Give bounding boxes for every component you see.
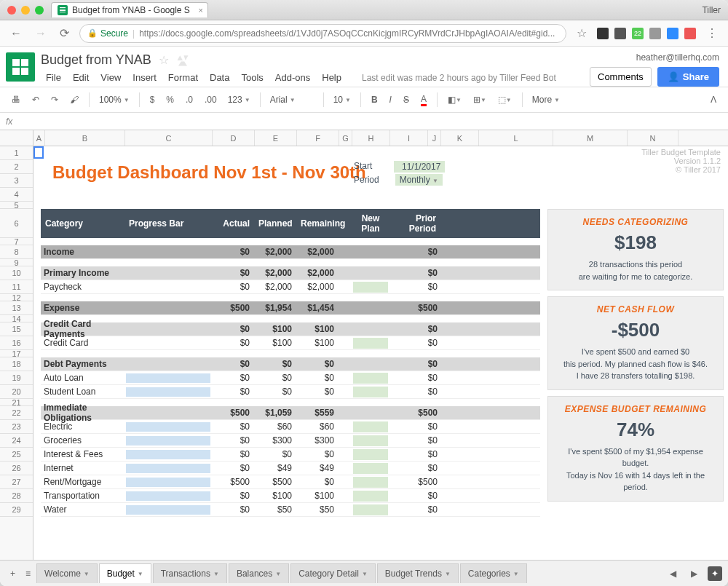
table-row[interactable]: Rent/Mortgage$500$500$0$500 [41, 475, 540, 489]
nav-forward-icon[interactable]: → [32, 27, 50, 40]
font-dropdown[interactable]: Arial▼ [266, 92, 317, 107]
menu-view[interactable]: View [95, 71, 126, 84]
row-header[interactable]: 5 [0, 202, 33, 209]
tab-scroll-left-icon[interactable]: ◀ [665, 566, 681, 582]
merge-cells-icon[interactable]: ⬚▼ [494, 92, 516, 108]
new-plan-input[interactable] [353, 491, 388, 502]
drive-icon[interactable] [176, 54, 189, 67]
select-all-corner[interactable] [0, 130, 33, 146]
undo-icon[interactable]: ↶ [28, 92, 44, 108]
paint-format-icon[interactable]: 🖌 [66, 92, 83, 108]
period-dropdown[interactable]: Monthly ▼ [395, 174, 443, 186]
window-maximize-icon[interactable] [35, 6, 44, 15]
table-row[interactable]: Transportation$0$100$100$0 [41, 489, 540, 503]
menu-format[interactable]: Format [163, 71, 203, 84]
tab-menu-icon[interactable]: ▼ [138, 571, 143, 577]
column-header[interactable]: A [33, 130, 45, 146]
row-header[interactable]: 23 [0, 420, 33, 434]
table-row[interactable]: Water$0$50$50$0 [41, 503, 540, 517]
column-header[interactable]: H [352, 130, 390, 146]
column-header[interactable]: J [428, 130, 441, 146]
row-header[interactable]: 8 [0, 245, 33, 259]
new-plan-input[interactable] [353, 504, 388, 515]
row-header[interactable]: 4 [0, 188, 33, 202]
row-header[interactable]: 10 [0, 266, 33, 280]
table-row[interactable]: Debt Payments$0$0$0$0 [41, 357, 540, 371]
table-row[interactable]: Paycheck$0$2,000$2,000$0 [41, 280, 540, 294]
document-title[interactable]: Budget from YNAB [41, 52, 151, 68]
column-header[interactable]: D [213, 130, 255, 146]
row-header[interactable]: 7 [0, 238, 33, 245]
row-header[interactable]: 26 [0, 462, 33, 475]
add-sheet-icon[interactable]: + [6, 566, 20, 582]
toolbar-expand-icon[interactable]: ᐱ [706, 92, 721, 108]
row-header[interactable]: 6 [0, 209, 33, 238]
sheet-tab-budget[interactable]: Budget ▼ [99, 563, 151, 583]
row-header[interactable]: 24 [0, 434, 33, 448]
menu-add-ons[interactable]: Add-ons [270, 71, 315, 84]
table-row[interactable]: Interest & Fees$0$0$0$0 [41, 448, 540, 462]
url-input[interactable]: 🔒 Secure | https://docs.google.com/sprea… [79, 24, 566, 43]
window-close-icon[interactable] [7, 6, 16, 15]
column-header[interactable]: F [297, 130, 339, 146]
table-row[interactable]: Internet$0$49$49$0 [41, 462, 540, 475]
table-row[interactable]: Expense$500$1,954$1,454$500 [41, 301, 540, 315]
row-header[interactable]: 21 [0, 399, 33, 406]
zoom-dropdown[interactable]: 100%▼ [95, 92, 133, 107]
row-header[interactable]: 28 [0, 489, 33, 503]
ext-icon[interactable] [667, 28, 678, 39]
column-header[interactable]: C [125, 130, 213, 146]
sheet-tab-categories[interactable]: Categories ▼ [460, 563, 527, 583]
window-minimize-icon[interactable] [21, 6, 30, 15]
last-edit-text[interactable]: Last edit was made 2 hours ago by Tiller… [357, 71, 561, 84]
new-plan-input[interactable] [353, 477, 388, 488]
new-plan-input[interactable] [353, 449, 388, 460]
row-header[interactable]: 3 [0, 174, 33, 188]
star-icon[interactable]: ☆ [159, 53, 169, 67]
menu-data[interactable]: Data [205, 71, 234, 84]
row-header[interactable]: 12 [0, 294, 33, 301]
start-value[interactable]: 11/1/2017 [394, 161, 445, 173]
table-row[interactable]: Student Loan$0$0$0$0 [41, 385, 540, 399]
browser-profile[interactable]: Tiller [702, 5, 721, 15]
menu-edit[interactable]: Edit [68, 71, 94, 84]
table-row[interactable]: Immediate Obligations$500$1,059$559$500 [41, 406, 540, 420]
row-header[interactable]: 16 [0, 336, 33, 350]
column-header[interactable]: B [45, 130, 125, 146]
browser-tab[interactable]: Budget from YNAB - Google S × [51, 2, 208, 17]
sheet-tab-balances[interactable]: Balances ▼ [229, 563, 289, 583]
tab-menu-icon[interactable]: ▼ [362, 571, 368, 577]
column-header[interactable]: K [441, 130, 479, 146]
table-row[interactable]: Credit Card Payments$0$100$100$0 [41, 322, 540, 336]
menu-file[interactable]: File [41, 71, 66, 84]
table-row[interactable]: Electric$0$60$60$0 [41, 420, 540, 434]
new-plan-input[interactable] [353, 338, 388, 349]
text-color-icon[interactable]: A [416, 91, 431, 109]
new-plan-input[interactable] [353, 282, 388, 293]
row-header[interactable]: 29 [0, 503, 33, 517]
sheet-tab-category-detail[interactable]: Category Detail ▼ [290, 563, 376, 583]
sheet-tab-transactions[interactable]: Transactions ▼ [153, 563, 227, 583]
menu-help[interactable]: Help [317, 71, 347, 84]
row-header[interactable]: 11 [0, 280, 33, 294]
column-header[interactable]: N [628, 130, 678, 146]
tab-menu-icon[interactable]: ▼ [513, 571, 519, 577]
toolbar-more-dropdown[interactable]: More▼ [529, 92, 563, 107]
new-plan-input[interactable] [353, 387, 388, 397]
column-header[interactable]: I [390, 130, 428, 146]
row-header[interactable]: 18 [0, 357, 33, 371]
column-header[interactable]: G [339, 130, 352, 146]
account-email[interactable]: heather@tillerhq.com [636, 52, 719, 63]
decrease-decimal-icon[interactable]: .0 [181, 92, 197, 108]
sheets-logo-icon[interactable] [6, 52, 35, 82]
menu-tools[interactable]: Tools [236, 71, 268, 84]
tab-menu-icon[interactable]: ▼ [213, 571, 219, 577]
table-row[interactable]: Primary Income$0$2,000$2,000$0 [41, 266, 540, 280]
formula-bar[interactable]: fx [0, 113, 728, 130]
fill-color-icon[interactable]: ◧▼ [443, 92, 466, 108]
ext-icon[interactable] [614, 28, 626, 39]
all-sheets-icon[interactable]: ≡ [21, 566, 35, 582]
tab-menu-icon[interactable]: ▼ [275, 571, 281, 577]
comments-button[interactable]: Comments [590, 67, 652, 87]
ext-icon[interactable] [649, 28, 661, 39]
